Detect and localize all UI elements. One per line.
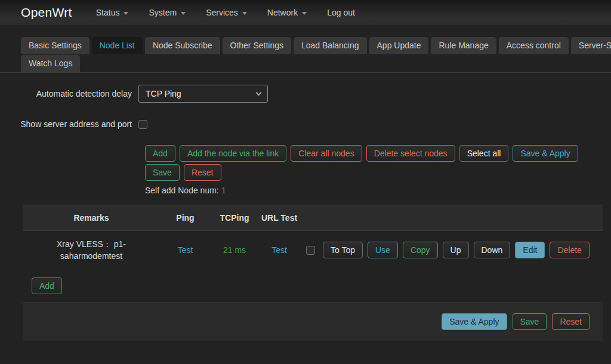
header-url-test: URL Test: [258, 213, 300, 223]
node-actions: Add Add the node via the link Clear all …: [145, 145, 611, 195]
self-add-node-num-label: Self add Node num:: [145, 186, 219, 195]
openwrt-logo: OpenWrt: [21, 5, 72, 20]
detection-delay-select[interactable]: TCP Ping: [138, 85, 268, 103]
tab-other-settings[interactable]: Other Settings: [223, 37, 292, 54]
delete-button[interactable]: Delete: [550, 242, 589, 258]
nav-network-label: Network: [267, 8, 298, 17]
tab-access-control[interactable]: Access control: [499, 37, 569, 54]
header-tcping: TCPing: [211, 213, 258, 223]
tab-server-side[interactable]: Server-Side: [571, 37, 611, 54]
self-add-node-num-count: 1: [221, 186, 226, 195]
tab-app-update[interactable]: App Update: [369, 37, 429, 54]
reset-button-top[interactable]: Reset: [184, 164, 221, 181]
tcping-latency: 21 ms: [223, 245, 246, 255]
copy-button[interactable]: Copy: [403, 242, 438, 258]
nav-services[interactable]: Services: [206, 8, 247, 17]
edit-button[interactable]: Edit: [515, 242, 545, 258]
node-actions-row-1: Add Add the node via the link Clear all …: [145, 145, 611, 162]
clear-all-nodes-button[interactable]: Clear all nodes: [291, 145, 362, 162]
url-test-link[interactable]: Test: [271, 245, 287, 255]
node-actions-row-2: Save Reset: [145, 164, 611, 181]
nav-services-label: Services: [206, 8, 238, 17]
tab-row-1: Basic Settings Node List Node Subscribe …: [21, 37, 611, 54]
ping-test-link[interactable]: Test: [178, 245, 193, 255]
nav-system-label: System: [149, 8, 177, 17]
chevron-down-icon: [181, 12, 186, 15]
add-button[interactable]: Add: [145, 145, 175, 162]
nav-system[interactable]: System: [149, 8, 186, 17]
save-button-top[interactable]: Save: [145, 164, 180, 181]
chevron-down-icon: [256, 90, 262, 95]
tab-row-2: Watch Logs: [21, 55, 611, 72]
self-add-node-num: Self add Node num: 1: [145, 186, 611, 195]
nav-logout-label: Log out: [327, 8, 355, 17]
header-ping: Ping: [160, 213, 211, 223]
up-button[interactable]: Up: [443, 242, 469, 258]
topbar: OpenWrt Status System Services Network L…: [0, 0, 611, 25]
tab-bar: Basic Settings Node List Node Subscribe …: [0, 25, 611, 73]
tab-node-subscribe[interactable]: Node Subscribe: [145, 37, 220, 54]
show-server-label: Show server address and port: [0, 119, 138, 129]
save-apply-button-top[interactable]: Save & Apply: [513, 145, 578, 162]
show-server-checkbox[interactable]: [138, 120, 147, 129]
tab-rule-manage[interactable]: Rule Manage: [431, 37, 496, 54]
node-remarks: Xray VLESS： p1-saharmodemtest: [41, 238, 142, 263]
detection-delay-value: TCP Ping: [146, 89, 181, 98]
node-table: Remarks Ping TCPing URL Test Xray VLESS：…: [23, 205, 603, 270]
use-button[interactable]: Use: [368, 242, 398, 258]
node-table-header: Remarks Ping TCPing URL Test: [23, 205, 603, 231]
nav-network[interactable]: Network: [267, 8, 307, 17]
save-button-footer[interactable]: Save: [513, 313, 547, 330]
add-node-button-bottom[interactable]: Add: [32, 277, 62, 294]
chevron-down-icon: [302, 12, 307, 15]
tab-load-balancing[interactable]: Load Balancing: [294, 37, 367, 54]
delete-select-nodes-button[interactable]: Delete select nodes: [366, 145, 455, 162]
to-top-button[interactable]: To Top: [323, 242, 363, 258]
select-all-button[interactable]: Select all: [459, 145, 509, 162]
detection-delay-row: Automatic detection delay TCP Ping: [0, 85, 611, 103]
tab-watch-logs[interactable]: Watch Logs: [21, 55, 80, 72]
header-remarks: Remarks: [23, 213, 160, 223]
tab-basic-settings[interactable]: Basic Settings: [21, 37, 90, 54]
add-node-via-link-button[interactable]: Add the node via the link: [180, 145, 286, 162]
detection-delay-label: Automatic detection delay: [0, 89, 138, 98]
down-button[interactable]: Down: [474, 242, 511, 258]
nav-status-label: Status: [96, 8, 120, 17]
chevron-down-icon: [242, 12, 247, 15]
show-server-row: Show server address and port: [0, 119, 611, 129]
chevron-down-icon: [124, 12, 128, 15]
reset-button-footer[interactable]: Reset: [552, 313, 590, 330]
node-select-checkbox[interactable]: [306, 246, 315, 255]
table-row: Xray VLESS： p1-saharmodemtest Test 21 ms…: [23, 231, 603, 270]
node-operations: To Top Use Copy Up Down Edit Delete: [300, 242, 603, 258]
tab-node-list[interactable]: Node List: [92, 37, 143, 54]
nav-status[interactable]: Status: [96, 8, 129, 17]
footer-bar: Save & Apply Save Reset: [23, 303, 603, 341]
save-apply-button-footer[interactable]: Save & Apply: [442, 313, 507, 330]
nav-logout[interactable]: Log out: [327, 8, 355, 17]
